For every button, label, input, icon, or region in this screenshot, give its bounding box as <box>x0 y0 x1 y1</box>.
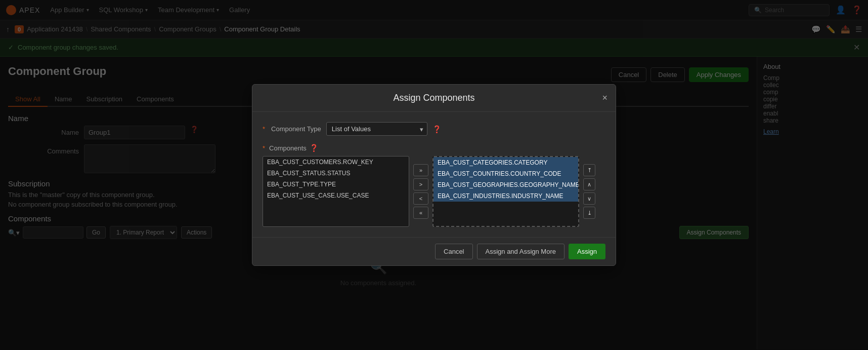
assign-button[interactable]: Assign <box>569 244 605 259</box>
modal-footer: Cancel Assign and Assign More Assign <box>252 237 616 265</box>
modal-cancel-button[interactable]: Cancel <box>435 244 472 259</box>
component-type-label: Component Type <box>271 125 321 133</box>
modal-header: Assign Components × <box>252 85 616 112</box>
components-label-row: * Components ❓ <box>263 144 605 152</box>
list-item[interactable]: EBA_CUST_GEOGRAPHIES.GEOGRAPHY_NAME <box>433 179 578 190</box>
transfer-buttons: » > < « <box>411 164 430 219</box>
move-up-button[interactable]: ∧ <box>583 178 595 190</box>
move-right-button[interactable]: > <box>413 178 428 190</box>
list-item[interactable]: EBA_CUST_CUSTOMERS.ROW_KEY <box>263 157 409 168</box>
list-item[interactable]: EBA_CUST_COUNTRIES.COUNTRY_CODE <box>433 168 578 179</box>
list-item[interactable]: EBA_CUST_TYPE.TYPE <box>263 179 409 190</box>
modal-close-button[interactable]: × <box>602 93 607 103</box>
component-type-row: * Component Type List of Values Report T… <box>263 122 605 136</box>
components-list-label: Components <box>269 144 307 152</box>
move-bottom-button[interactable]: ⤓ <box>583 207 595 219</box>
modal-body: * Component Type List of Values Report T… <box>252 112 616 237</box>
required-star: * <box>263 125 265 133</box>
modal-title: Assign Components <box>393 93 474 103</box>
move-all-right-button[interactable]: » <box>413 164 428 176</box>
components-dual-list-section: * Components ❓ EBA_CUST_CUSTOMERS.ROW_KE… <box>263 144 605 227</box>
component-type-help-icon[interactable]: ❓ <box>432 125 441 133</box>
list-item[interactable]: EBA_CUST_STATUS.STATUS <box>263 168 409 179</box>
assign-and-more-button[interactable]: Assign and Assign More <box>477 244 565 259</box>
list-item[interactable]: EBA_CUST_INDUSTRIES.INDUSTRY_NAME <box>433 190 578 202</box>
selected-list[interactable]: EBA_CUST_CATEGORIES.CATEGORY EBA_CUST_CO… <box>432 156 579 227</box>
components-required-star: * <box>263 144 265 152</box>
move-top-button[interactable]: ⤒ <box>583 164 595 176</box>
list-item[interactable]: EBA_CUST_USE_CASE.USE_CASE <box>263 190 409 201</box>
move-all-left-button[interactable]: « <box>413 207 428 219</box>
dual-list: EBA_CUST_CUSTOMERS.ROW_KEY EBA_CUST_STAT… <box>263 156 605 227</box>
available-list[interactable]: EBA_CUST_CUSTOMERS.ROW_KEY EBA_CUST_STAT… <box>263 156 409 227</box>
component-type-select[interactable]: List of Values Report Template Navigatio… <box>326 122 427 136</box>
order-buttons: ⤒ ∧ ∨ ⤓ <box>581 164 597 219</box>
assign-components-modal: Assign Components × * Component Type Lis… <box>252 84 616 266</box>
components-help-icon[interactable]: ❓ <box>310 144 318 152</box>
component-type-select-wrapper: List of Values Report Template Navigatio… <box>326 122 427 136</box>
move-left-button[interactable]: < <box>413 192 428 205</box>
modal-overlay: Assign Components × * Component Type Lis… <box>0 0 868 349</box>
move-down-button[interactable]: ∨ <box>583 192 595 205</box>
list-item[interactable]: EBA_CUST_CATEGORIES.CATEGORY <box>433 157 578 168</box>
